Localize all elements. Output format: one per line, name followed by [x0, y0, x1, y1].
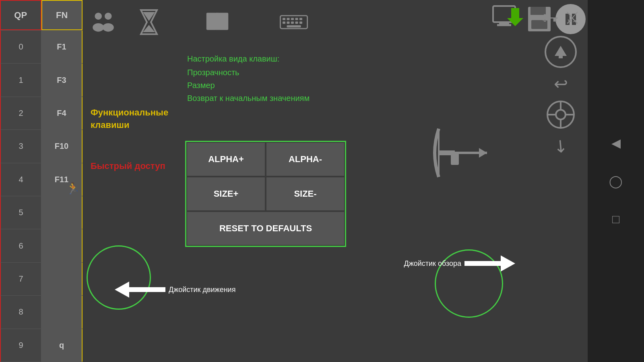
home-button[interactable]: ◯ — [609, 174, 623, 188]
row-num-6: 6 — [0, 229, 41, 262]
svg-point-2 — [105, 12, 112, 20]
svg-point-1 — [93, 23, 104, 32]
list-item: 2 F4 — [0, 97, 83, 130]
reset-row: RESET TO DEFAULTS — [186, 211, 345, 246]
svg-point-0 — [95, 12, 102, 20]
rpg-icon-row-1: 🗝 ⚔ — [542, 8, 580, 28]
fn-button[interactable]: FN — [41, 0, 83, 30]
crossbow-icon — [423, 113, 511, 201]
list-item: 5 — [0, 196, 83, 229]
right-arrow-icon — [464, 255, 515, 272]
info-title: Настройка вида клавиш: — [187, 52, 310, 65]
joystick-move-circle[interactable] — [87, 245, 151, 310]
svg-rect-21 — [287, 25, 301, 28]
svg-rect-8 — [218, 13, 228, 30]
row-key-6[interactable] — [41, 229, 83, 262]
svg-rect-17 — [287, 22, 290, 24]
joystick-view-annotation: Джойстик обзора — [404, 255, 515, 272]
book-icon[interactable] — [203, 8, 231, 36]
svg-rect-12 — [287, 18, 290, 21]
alpha-row: ALPHA+ ALPHA- — [186, 142, 345, 177]
control-panel: ALPHA+ ALPHA- SIZE+ SIZE- RESET TO DEFAU… — [185, 141, 346, 247]
size-row: SIZE+ SIZE- — [186, 177, 345, 211]
info-line1: Прозрачность — [187, 66, 310, 79]
main-content: Настройка вида клавиш: Прозрачность Разм… — [83, 44, 535, 362]
svg-rect-13 — [291, 18, 294, 21]
row-key-f10[interactable]: F10 — [41, 130, 83, 162]
sidebar-rows: 0 F1 1 F3 2 F4 3 F10 4 F11 🏃 5 — [0, 31, 83, 362]
svg-rect-40 — [451, 153, 459, 165]
svg-rect-24 — [497, 24, 511, 26]
info-line2: Размер — [187, 79, 310, 92]
row-num-2: 2 — [0, 97, 41, 130]
row-num-9: 9 — [0, 329, 41, 362]
row-num-5: 5 — [0, 196, 41, 229]
row-key-f4[interactable]: F4 — [41, 97, 83, 130]
svg-point-32 — [556, 110, 566, 119]
people-icon[interactable] — [91, 8, 119, 36]
svg-rect-30 — [559, 55, 563, 58]
svg-rect-18 — [291, 22, 294, 24]
svg-rect-11 — [283, 18, 285, 21]
save-to-desktop-icon[interactable] — [491, 4, 523, 34]
list-item: 3 F10 — [0, 130, 83, 163]
rpg-icons-panel: 🗝 ⚔ ↩ ↘ — [535, 4, 587, 156]
left-arrow-icon — [115, 282, 165, 298]
svg-rect-19 — [295, 22, 298, 24]
shield-sword-icon[interactable]: ⚔ — [565, 8, 580, 28]
info-panel: Настройка вида клавиш: Прозрачность Разм… — [187, 52, 310, 105]
row-num-1: 1 — [0, 64, 41, 96]
left-sidebar: QP FN 0 F1 1 F3 2 F4 3 F10 4 F11 🏃 — [0, 0, 83, 362]
info-line3: Возврат к начальным значениям — [187, 92, 310, 105]
row-key-f11[interactable]: F11 🏃 — [41, 163, 83, 196]
quick-access-label: Быстрый доступ — [91, 161, 165, 171]
diagonal-arrow-icon[interactable]: ↘ — [549, 134, 572, 158]
functional-keys-label: Функциональные клавиши — [91, 107, 168, 132]
list-item: 4 F11 🏃 — [0, 163, 83, 196]
list-item: 9 q — [0, 329, 83, 362]
rotate-icon[interactable]: ↩ — [554, 74, 568, 94]
svg-rect-20 — [299, 22, 302, 24]
up-arrow-button[interactable] — [545, 36, 577, 68]
size-plus-button[interactable]: SIZE+ — [186, 177, 266, 211]
row-key-f3[interactable]: F3 — [41, 64, 83, 96]
row-num-7: 7 — [0, 263, 41, 295]
square-button[interactable]: □ — [612, 212, 619, 226]
svg-point-3 — [103, 23, 114, 32]
reset-button[interactable]: RESET TO DEFAULTS — [186, 211, 345, 246]
svg-rect-7 — [206, 13, 217, 30]
svg-rect-14 — [295, 18, 298, 21]
row-key-5[interactable] — [41, 196, 83, 229]
joystick-move-annotation: Джойстик движения — [115, 282, 235, 298]
qp-button[interactable]: QP — [0, 0, 41, 30]
list-item: 1 F3 — [0, 64, 83, 97]
key-icon[interactable]: 🗝 — [542, 8, 559, 28]
svg-marker-38 — [479, 148, 487, 158]
size-minus-button[interactable]: SIZE- — [266, 177, 345, 211]
list-item: 6 — [0, 229, 83, 262]
svg-rect-15 — [299, 18, 302, 21]
alpha-minus-button[interactable]: ALPHA- — [266, 142, 345, 177]
svg-marker-29 — [555, 46, 567, 56]
svg-rect-16 — [283, 22, 285, 24]
hourglass-icon[interactable] — [135, 8, 163, 36]
alpha-plus-button[interactable]: ALPHA+ — [186, 142, 266, 177]
row-num-3: 3 — [0, 130, 41, 162]
android-nav-bar: ◀ ◯ □ — [588, 0, 644, 362]
joystick-view-label: Джойстик обзора — [404, 259, 461, 268]
run-icon: 🏃 — [66, 182, 80, 195]
row-key-f1[interactable]: F1 — [41, 31, 83, 63]
row-key-8[interactable] — [41, 296, 83, 328]
sidebar-header: QP FN — [0, 0, 83, 31]
svg-rect-23 — [499, 22, 509, 24]
row-num-4: 4 — [0, 163, 41, 196]
back-button[interactable]: ◀ — [611, 136, 621, 150]
row-key-q[interactable]: q — [41, 329, 83, 362]
row-num-8: 8 — [0, 296, 41, 328]
joystick-move-label: Джойстик движения — [169, 286, 235, 294]
list-item: 8 — [0, 296, 83, 329]
keyboard-icon[interactable] — [280, 8, 308, 36]
compass-icon[interactable] — [546, 100, 576, 130]
row-key-7[interactable] — [41, 263, 83, 295]
list-item: 7 — [0, 263, 83, 296]
